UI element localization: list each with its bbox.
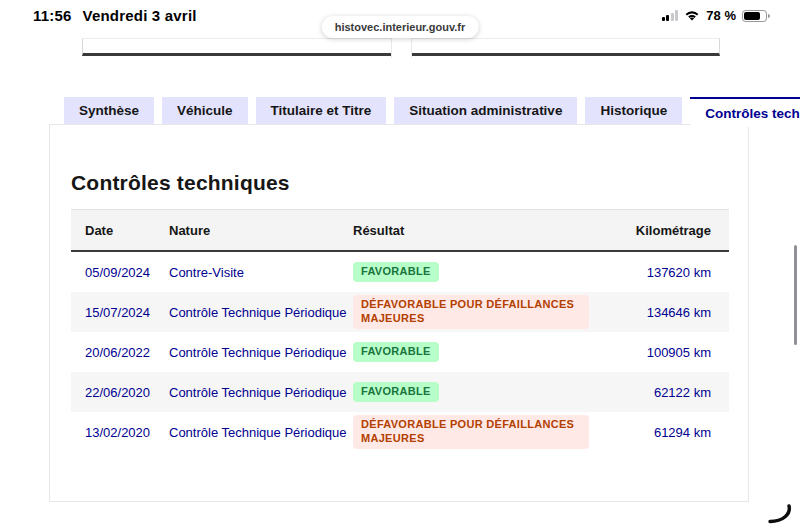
table-row: 22/06/2020Contrôle Technique PériodiqueF… xyxy=(71,372,729,412)
battery-percent-label: 78 % xyxy=(706,8,736,23)
result-badge: FAVORABLE xyxy=(353,342,439,362)
table-row: 05/09/2024Contre-VisiteFAVORABLE137620 k… xyxy=(71,252,729,292)
result-cell: DÉFAVORABLE POUR DÉFAILLANCES MAJEURES xyxy=(353,295,589,329)
scrollbar-thumb[interactable] xyxy=(794,245,797,345)
table-body: 05/09/2024Contre-VisiteFAVORABLE137620 k… xyxy=(71,252,729,452)
tab-titulaire-et-titre[interactable]: Titulaire et Titre xyxy=(256,97,387,124)
tab-controles-techniques[interactable]: Contrôles techniques xyxy=(690,97,800,127)
tab-historique[interactable]: Historique xyxy=(585,97,682,124)
tab-situation-administrative[interactable]: Situation administrative xyxy=(394,97,577,124)
tab-synthese[interactable]: Synthèse xyxy=(64,97,154,124)
status-bar-left: 11:56 Vendredi 3 avril xyxy=(33,7,197,24)
cellular-signal-icon xyxy=(662,10,679,21)
column-header-nature: Nature xyxy=(169,223,353,238)
nature-cell: Contrôle Technique Périodique xyxy=(169,425,353,440)
result-cell: FAVORABLE xyxy=(353,262,589,282)
battery-icon xyxy=(742,10,767,22)
page-title: Contrôles techniques xyxy=(71,171,290,195)
date-cell: 05/09/2024 xyxy=(71,265,169,280)
column-header-date: Date xyxy=(71,223,169,238)
pen-stroke-icon xyxy=(764,502,796,525)
tab-vehicule[interactable]: Véhicule xyxy=(162,97,248,124)
kilometrage-cell: 62122 km xyxy=(589,385,729,400)
result-cell: FAVORABLE xyxy=(353,382,589,402)
result-cell: FAVORABLE xyxy=(353,342,589,362)
result-cell: DÉFAVORABLE POUR DÉFAILLANCES MAJEURES xyxy=(353,415,589,449)
kilometrage-cell: 61294 km xyxy=(589,425,729,440)
table-row: 20/06/2022Contrôle Technique PériodiqueF… xyxy=(71,332,729,372)
table-row: 13/02/2020Contrôle Technique PériodiqueD… xyxy=(71,412,729,452)
page-top-divider-gap xyxy=(391,36,412,58)
tab-panel: Contrôles techniques Date Nature Résulta… xyxy=(49,124,749,502)
result-badge: FAVORABLE xyxy=(353,262,439,282)
date-cell: 15/07/2024 xyxy=(71,305,169,320)
date-label: Vendredi 3 avril xyxy=(83,7,197,24)
clock-label: 11:56 xyxy=(33,7,72,24)
inspections-table: Date Nature Résultat Kilométrage 05/09/2… xyxy=(71,209,729,452)
nature-cell: Contre-Visite xyxy=(169,265,353,280)
result-badge: FAVORABLE xyxy=(353,382,439,402)
column-header-resultat: Résultat xyxy=(353,223,589,238)
column-header-kilometrage: Kilométrage xyxy=(589,223,729,238)
status-bar-right: 78 % xyxy=(662,8,767,23)
nature-cell: Contrôle Technique Périodique xyxy=(169,345,353,360)
table-header-row: Date Nature Résultat Kilométrage xyxy=(71,209,729,252)
date-cell: 22/06/2020 xyxy=(71,385,169,400)
wifi-icon xyxy=(684,10,700,22)
result-badge: DÉFAVORABLE POUR DÉFAILLANCES MAJEURES xyxy=(353,415,589,449)
nature-cell: Contrôle Technique Périodique xyxy=(169,385,353,400)
date-cell: 20/06/2022 xyxy=(71,345,169,360)
tab-bar: SynthèseVéhiculeTitulaire et TitreSituat… xyxy=(64,97,800,127)
kilometrage-cell: 137620 km xyxy=(589,265,729,280)
result-badge: DÉFAVORABLE POUR DÉFAILLANCES MAJEURES xyxy=(353,295,589,329)
nature-cell: Contrôle Technique Périodique xyxy=(169,305,353,320)
date-cell: 13/02/2020 xyxy=(71,425,169,440)
kilometrage-cell: 134646 km xyxy=(589,305,729,320)
kilometrage-cell: 100905 km xyxy=(589,345,729,360)
table-row: 15/07/2024Contrôle Technique PériodiqueD… xyxy=(71,292,729,332)
address-bar[interactable]: histovec.interieur.gouv.fr xyxy=(322,16,479,38)
